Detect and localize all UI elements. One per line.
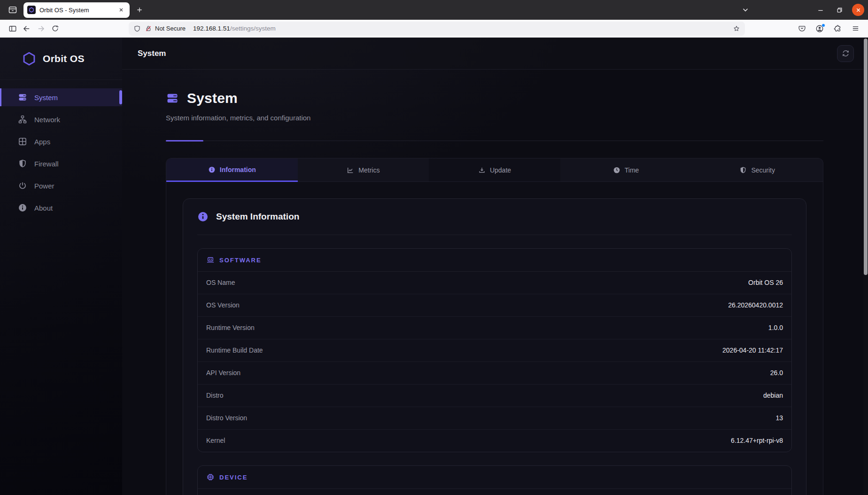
- sidebar-item-about[interactable]: About: [0, 199, 122, 217]
- info-circle-icon: [197, 211, 209, 222]
- scrollbar-thumb[interactable]: [864, 39, 868, 275]
- sidebar-toggle-icon[interactable]: [6, 22, 20, 35]
- app-logo: Orbit OS: [0, 38, 122, 80]
- page-title: System: [187, 90, 238, 106]
- bookmark-star-icon[interactable]: [733, 25, 740, 32]
- list-all-tabs-icon[interactable]: [739, 4, 752, 16]
- window-minimize-icon[interactable]: [814, 4, 827, 16]
- tab-information[interactable]: Information: [166, 158, 298, 182]
- tab-update[interactable]: Update: [429, 158, 560, 182]
- network-icon: [18, 115, 27, 124]
- clock-icon: [613, 166, 620, 174]
- sidebar-item-system[interactable]: System: [0, 88, 122, 106]
- forward-icon[interactable]: [34, 22, 48, 35]
- info-row: Distro Version13: [198, 407, 791, 429]
- sidebar-item-label: Network: [34, 116, 60, 124]
- info-row: OS Version26.20260420.0012: [198, 294, 791, 316]
- sidebar-item-power[interactable]: Power: [0, 177, 122, 195]
- apps-grid-icon: [18, 137, 27, 146]
- connection-security-chip[interactable]: Not Secure: [145, 25, 186, 32]
- server-icon: [166, 92, 179, 105]
- section-title: DEVICE: [219, 474, 248, 481]
- info-row: Runtime Build Date2026-04-20 11:42:17: [198, 339, 791, 361]
- browser-tab[interactable]: Orbit OS - System: [23, 2, 130, 18]
- shield-icon: [18, 159, 27, 168]
- server-icon: [18, 93, 27, 102]
- info-row: Kernel6.12.47+rpt-rpi-v8: [198, 429, 791, 452]
- laptop-code-icon: [206, 256, 215, 264]
- tab-metrics[interactable]: Metrics: [298, 158, 429, 182]
- tab-security[interactable]: Security: [691, 158, 823, 182]
- power-icon: [18, 181, 27, 190]
- back-icon[interactable]: [20, 22, 34, 35]
- security-label: Not Secure: [155, 25, 186, 32]
- info-row: Runtime Version1.0.0: [198, 316, 791, 339]
- page-scrollbar[interactable]: [863, 38, 868, 495]
- refresh-icon: [842, 49, 850, 57]
- info-circle-icon: [18, 203, 27, 212]
- browser-toolbar: Not Secure 192.168.1.51/settings/system: [0, 20, 868, 38]
- url-bar[interactable]: Not Secure 192.168.1.51/settings/system: [129, 22, 745, 36]
- software-section: SOFTWARE OS NameOrbit OS 26 OS Version26…: [197, 248, 792, 452]
- browser-titlebar: Orbit OS - System: [0, 0, 868, 20]
- app-sidebar: Orbit OS System Network Apps Firewall Po…: [0, 38, 122, 495]
- info-row: API Version26.0: [198, 361, 791, 384]
- info-circle-icon: [208, 166, 216, 173]
- sidebar-item-label: Firewall: [34, 160, 59, 168]
- page-subtitle: System information, metrics, and configu…: [166, 114, 823, 122]
- tab-close-icon[interactable]: [116, 5, 126, 15]
- url-text: 192.168.1.51/settings/system: [193, 25, 733, 32]
- section-title: SOFTWARE: [219, 257, 262, 264]
- sidebar-item-label: Apps: [34, 138, 50, 146]
- firefox-view-icon[interactable]: [6, 3, 20, 17]
- sidebar-item-label: System: [34, 94, 58, 102]
- sidebar-item-apps[interactable]: Apps: [0, 133, 122, 150]
- sidebar-item-firewall[interactable]: Firewall: [0, 155, 122, 173]
- refresh-button[interactable]: [837, 45, 854, 62]
- chart-line-icon: [347, 166, 354, 174]
- app-header: System: [122, 38, 868, 70]
- page-scroll-area[interactable]: System System information, metrics, and …: [122, 70, 868, 495]
- cpu-chip-icon: [206, 473, 215, 481]
- hexagon-logo-icon: [22, 51, 37, 66]
- window-restore-icon[interactable]: [833, 4, 845, 16]
- lock-slash-icon: [145, 25, 152, 32]
- tracking-shield-icon[interactable]: [133, 25, 141, 32]
- tab-bar: Information Metrics Update Time: [166, 158, 823, 182]
- sidebar-item-label: Power: [34, 182, 54, 190]
- new-tab-button[interactable]: [132, 3, 147, 17]
- sidebar-nav: System Network Apps Firewall Power About: [0, 88, 122, 217]
- info-row: OS NameOrbit OS 26: [198, 272, 791, 294]
- notification-dot: [822, 24, 825, 27]
- app-header-title: System: [138, 49, 166, 58]
- extensions-icon[interactable]: [830, 22, 845, 35]
- sidebar-item-label: About: [34, 204, 53, 212]
- logo-text: Orbit OS: [43, 53, 85, 64]
- card-title: System Information: [216, 212, 299, 222]
- pocket-icon[interactable]: [795, 22, 809, 35]
- tab-panel-information: System Information SOFTWARE OS NameOrbit…: [166, 182, 823, 495]
- download-icon: [478, 166, 486, 174]
- system-information-card: System Information SOFTWARE OS NameOrbit…: [183, 198, 806, 495]
- shield-icon: [739, 166, 747, 174]
- tab-time[interactable]: Time: [560, 158, 692, 182]
- menu-icon[interactable]: [848, 22, 862, 35]
- info-row: Device Namepi4: [198, 489, 791, 495]
- info-row: Distrodebian: [198, 384, 791, 407]
- reload-icon[interactable]: [48, 22, 62, 35]
- window-close-icon[interactable]: [852, 4, 864, 16]
- accent-divider: [166, 141, 823, 141]
- device-section: DEVICE Device Namepi4: [197, 465, 792, 495]
- site-favicon-icon: [27, 6, 36, 14]
- account-icon[interactable]: [813, 22, 827, 35]
- sidebar-item-network[interactable]: Network: [0, 110, 122, 128]
- tab-title: Orbit OS - System: [39, 7, 116, 14]
